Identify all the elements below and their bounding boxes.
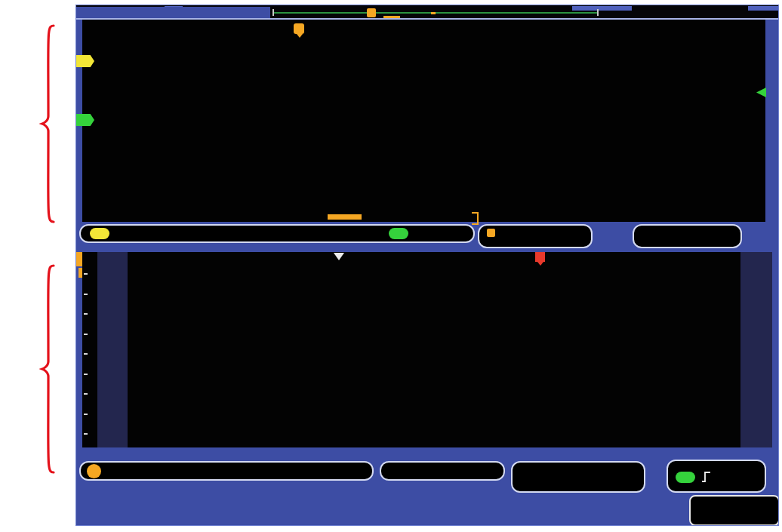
channel1-readout-badge: [90, 228, 109, 239]
spectrum-time-bracket: [472, 212, 479, 225]
spectrum-graticule: [82, 252, 772, 447]
header-band: [76, 7, 270, 18]
time-domain-graticule: [82, 20, 765, 222]
rising-edge-icon: [701, 470, 712, 484]
channel-readout-box: [79, 224, 475, 243]
acquisition-readout-box: [633, 224, 742, 248]
marker-r-icon-tail: [537, 262, 543, 266]
trigger-position-flag: [294, 23, 304, 34]
preview-trigger-icon: [367, 8, 376, 17]
spectrum-time-bar: [328, 214, 362, 220]
rf-readout-badge: [87, 464, 101, 478]
preview-waveform-line: [274, 12, 597, 14]
preview-left-bracket: [272, 9, 274, 16]
channel1-readout: [90, 228, 125, 242]
screenshot-root: { "colors":{"bg":"#3d4da4","yellow":"#f2…: [0, 0, 782, 532]
preview-expansion-tick: [431, 12, 436, 14]
trigger-position-flag-tail: [297, 34, 303, 38]
delay-t-icon: [487, 229, 495, 237]
center-frequency-box: [380, 461, 505, 481]
horizontal-readout-box: [478, 224, 593, 248]
preview-right-bracket: [597, 9, 599, 16]
time-waveform-canvas: [82, 20, 765, 222]
datetime-box: [689, 495, 779, 526]
frequency-domain-brace: [36, 261, 56, 477]
time-domain-brace: [36, 21, 56, 226]
marker-a-icon: [334, 253, 344, 260]
oscilloscope-screen: [75, 5, 779, 526]
rf-readout-box: [79, 461, 374, 481]
header-tab: [748, 6, 779, 11]
spectrum-canvas: [82, 252, 772, 447]
header-tab: [572, 6, 632, 11]
marker-r-icon: [535, 252, 545, 262]
trigger-delay-row: [487, 226, 591, 238]
span-rbw-box: [511, 461, 645, 493]
trigger-source-badge: [676, 472, 695, 483]
channel4-readout: [389, 228, 420, 242]
channel4-readout-badge: [389, 228, 408, 239]
trigger-readout-box: [667, 460, 766, 493]
